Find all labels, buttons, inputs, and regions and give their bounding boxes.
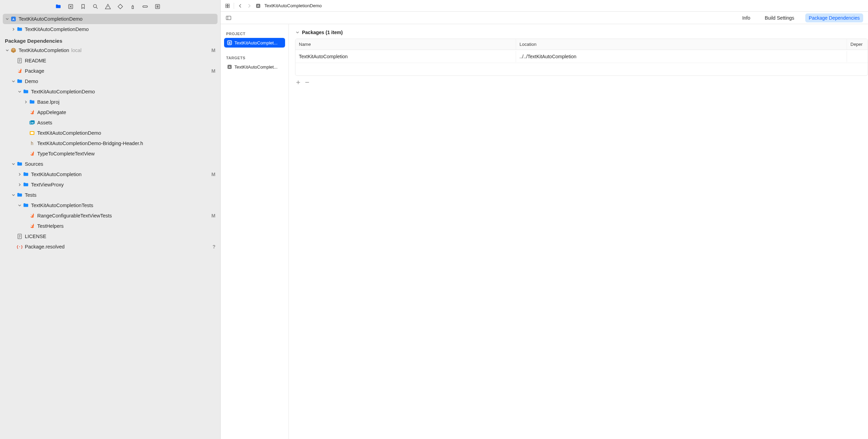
svg-text:A: A	[257, 4, 260, 8]
folder-icon	[23, 171, 29, 177]
chevron-right-icon[interactable]	[23, 100, 28, 104]
tree-row[interactable]: {·}Package.resolved?	[0, 242, 220, 252]
tree-row-label: RangeConfigurableTextViewTests	[37, 213, 112, 218]
tree-row[interactable]: TextKitAutoCompletionlocalM	[0, 45, 220, 55]
cell-name: TextKitAutoCompletion	[295, 51, 516, 62]
stop-icon[interactable]	[68, 3, 74, 10]
tree-row[interactable]: TextKitAutoCompletionM	[0, 169, 220, 180]
sidebar-toggle-icon[interactable]	[225, 15, 232, 21]
tree-row[interactable]: README	[0, 55, 220, 66]
chevron-down-icon[interactable]	[11, 79, 16, 84]
navigator-panel: ATextKitAutoCompletionDemoTextKitAutoCom…	[0, 0, 221, 439]
project-target-sidebar: PROJECT A TextKitAutoComplet... TARGETS …	[221, 24, 289, 439]
warning-icon[interactable]	[105, 3, 111, 10]
chevron-right-icon[interactable]	[17, 172, 22, 177]
folder-icon	[29, 99, 35, 105]
list-icon[interactable]	[154, 3, 161, 10]
tab-package-dependencies[interactable]: Package Dependencies	[805, 13, 863, 22]
svg-text:A: A	[229, 41, 231, 44]
remove-button[interactable]	[304, 79, 310, 85]
folder-icon[interactable]	[55, 3, 61, 10]
svg-point-1	[93, 4, 97, 8]
chevron-right-icon[interactable]	[11, 27, 16, 32]
back-icon[interactable]	[238, 3, 243, 9]
forward-icon[interactable]	[246, 3, 252, 9]
swift-icon	[29, 109, 35, 115]
svg-rect-21	[226, 16, 231, 20]
tree-row-label: TextKitAutoCompletion	[19, 48, 69, 53]
packages-header-label: Packages (1 item)	[302, 30, 343, 35]
chevron-down-icon[interactable]	[11, 193, 16, 197]
divider	[234, 3, 234, 9]
svg-point-9	[32, 121, 32, 122]
tree-row[interactable]: TextKitAutoCompletionDemo	[0, 86, 220, 97]
project-tree[interactable]: ATextKitAutoCompletionDemoTextKitAutoCom…	[0, 13, 220, 439]
folder-icon	[23, 202, 29, 208]
col-location[interactable]: Location	[516, 39, 847, 50]
chevron-down-icon[interactable]	[11, 162, 16, 166]
scm-badge: M	[211, 48, 215, 53]
add-button[interactable]	[295, 79, 301, 85]
svg-text:{·}: {·}	[17, 245, 23, 249]
tree-row[interactable]: Base.lproj	[0, 97, 220, 107]
bookmark-icon[interactable]	[80, 3, 86, 10]
tree-row[interactable]: TypeToCompleteTextView	[0, 149, 220, 159]
storyboard-icon	[29, 130, 35, 136]
col-name[interactable]: Name	[295, 39, 516, 50]
tree-row-label: TextKitAutoCompletionDemo	[25, 27, 89, 32]
chevron-down-icon[interactable]	[5, 48, 10, 53]
scm-badge: M	[211, 172, 215, 177]
tree-row[interactable]: hTextKitAutoCompletionDemo-Bridging-Head…	[0, 138, 220, 149]
tree-row-label: TextKitAutoCompletionDemo-Bridging-Heade…	[37, 141, 143, 146]
search-icon[interactable]	[92, 3, 99, 10]
chevron-down-icon[interactable]	[17, 89, 22, 94]
tree-row[interactable]: Demo	[0, 76, 220, 86]
folder-icon	[17, 192, 23, 198]
app-icon: A	[10, 16, 17, 22]
tree-row[interactable]: TestHelpers	[0, 221, 220, 231]
tree-row[interactable]: TextKitAutoCompletionDemo	[0, 128, 220, 138]
chevron-right-icon[interactable]	[17, 182, 22, 187]
resolved-icon: {·}	[17, 244, 23, 250]
tree-row[interactable]: AppDelegate	[0, 107, 220, 118]
tree-row-label: LICENSE	[25, 234, 46, 239]
tree-row[interactable]: PackageM	[0, 66, 220, 76]
tree-row[interactable]: Assets	[0, 118, 220, 128]
tree-row[interactable]: TextKitAutoCompletionTests	[0, 200, 220, 211]
tree-row[interactable]: LICENSE	[0, 231, 220, 242]
chevron-down-icon[interactable]	[5, 17, 10, 21]
tree-row-label: Assets	[37, 120, 52, 125]
spray-icon[interactable]	[130, 3, 136, 10]
tree-row-label: TestHelpers	[37, 223, 64, 229]
tree-row[interactable]: RangeConfigurableTextViewTestsM	[0, 211, 220, 221]
package-dependencies-panel: Packages (1 item) Name Location Deper Te…	[289, 24, 868, 439]
table-row[interactable]: TextKitAutoCompletion ../../TextKitAutoC…	[295, 50, 868, 63]
diamond-icon[interactable]	[117, 3, 123, 10]
tree-row[interactable]: TextViewProxy	[0, 180, 220, 190]
chevron-down-icon[interactable]	[17, 203, 22, 208]
project-item[interactable]: A TextKitAutoComplet...	[224, 38, 285, 48]
grid-icon[interactable]	[225, 3, 230, 9]
tree-row[interactable]: Sources	[0, 159, 220, 169]
tree-row[interactable]: ATextKitAutoCompletionDemo	[3, 14, 218, 24]
target-item-label: TextKitAutoComplet...	[234, 64, 277, 70]
tree-row-label: TextKitAutoCompletionDemo	[31, 89, 95, 94]
jumpbar-title[interactable]: TextKitAutoCompletionDemo	[264, 3, 322, 8]
svg-text:A: A	[12, 18, 15, 21]
tree-row[interactable]: Tests	[0, 190, 220, 200]
header-icon: h	[29, 140, 35, 146]
tree-row-label: TextViewProxy	[31, 182, 64, 187]
swift-icon	[17, 68, 23, 74]
col-dependency[interactable]: Deper	[847, 39, 868, 50]
packages-group-header[interactable]: Packages (1 item)	[295, 28, 868, 39]
tree-row-label: Tests	[25, 192, 37, 198]
tab-info[interactable]: Info	[739, 13, 754, 22]
license-icon	[17, 233, 23, 239]
packages-actions	[295, 79, 868, 85]
target-item[interactable]: A TextKitAutoComplet...	[224, 62, 285, 72]
pill-icon[interactable]	[142, 3, 148, 10]
tab-build-settings[interactable]: Build Settings	[761, 13, 798, 22]
table-spacer	[295, 63, 868, 75]
tree-row-label: TextKitAutoCompletionDemo	[37, 130, 101, 136]
tree-row[interactable]: TextKitAutoCompletionDemo	[0, 24, 220, 34]
